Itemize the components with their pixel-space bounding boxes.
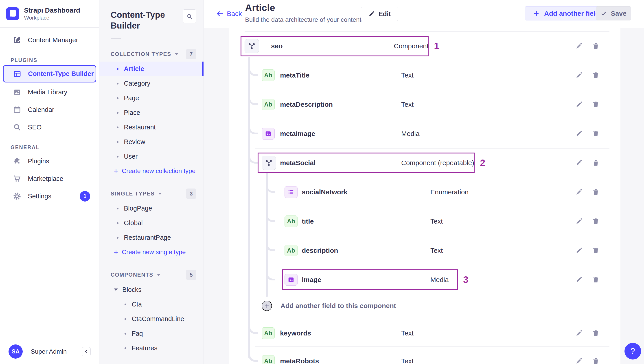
text-field-icon: Ab — [262, 355, 275, 364]
group-header-single-types[interactable]: SINGLE TYPES3 — [110, 189, 196, 199]
delete-field-button[interactable] — [590, 244, 602, 257]
add-field-to-component-button[interactable] — [262, 301, 272, 311]
field-row-keywords: AbkeywordsText — [229, 319, 620, 348]
ctb-sidebar-header: Content-Type Builder — [100, 0, 204, 31]
plus-icon — [264, 303, 270, 309]
avatar[interactable]: SA — [8, 344, 23, 358]
list-item-label: Faq — [132, 330, 143, 337]
delete-field-button[interactable] — [590, 186, 602, 199]
bullet-icon — [124, 347, 126, 349]
field-name: socialNetwork — [302, 188, 347, 196]
back-link[interactable]: Back — [216, 10, 242, 18]
create-link-label: Create new collection type — [122, 167, 196, 174]
list-item-label: Features — [132, 344, 157, 352]
edit-button[interactable]: Edit — [361, 7, 398, 21]
enumeration-field-icon — [284, 186, 298, 198]
field-row-image: imageMedia — [229, 265, 620, 294]
edit-field-button[interactable] — [573, 127, 585, 140]
sidebar-item-marketplace[interactable]: Marketplace — [0, 170, 99, 188]
save-button[interactable]: Save — [596, 6, 631, 21]
notification-badge: 1 — [80, 191, 90, 202]
add-another-field-button[interactable]: Add another field — [524, 6, 608, 21]
edit-field-button[interactable] — [573, 186, 585, 199]
strapi-logo-icon — [6, 7, 19, 20]
bullet-icon — [117, 156, 118, 157]
sidebar-item-ctacommandline[interactable]: CtaCommandLine — [100, 312, 204, 326]
component-category-blocks[interactable]: Blocks — [100, 282, 204, 297]
main-sidebar: Strapi Dashboard Workplace Content Manag… — [0, 0, 100, 364]
sidebar-item-user[interactable]: User — [100, 149, 204, 164]
page-title: Article — [245, 2, 275, 13]
sidebar-item-place[interactable]: Place — [100, 105, 204, 120]
search-button[interactable] — [183, 10, 196, 23]
collapse-sidebar-button[interactable] — [82, 347, 91, 356]
delete-field-button[interactable] — [590, 127, 602, 140]
delete-field-button[interactable] — [590, 69, 602, 82]
edit-field-button[interactable] — [573, 69, 585, 82]
field-type: Text — [401, 71, 414, 79]
delete-field-button[interactable] — [590, 215, 602, 228]
sidebar-item-content-type-builder[interactable]: Content-Type Builder — [3, 65, 96, 82]
list-item-label: Page — [124, 94, 139, 102]
sidebar-item-label: Content-Type Builder — [28, 70, 94, 78]
field-row-title: AbtitleText — [229, 207, 620, 236]
text-field-icon: Ab — [262, 69, 275, 81]
sidebar-item-content-manager[interactable]: Content Manager — [0, 31, 99, 49]
edit-field-button[interactable] — [573, 215, 585, 228]
plus-icon: + — [114, 167, 118, 175]
edit-field-button[interactable] — [573, 157, 585, 169]
ctb-sidebar: Content-Type Builder COLLECTION TYPES7Ar… — [100, 0, 204, 364]
sidebar-item-media-library[interactable]: Media Library — [0, 83, 99, 101]
sidebar-item-plugins[interactable]: Plugins — [0, 152, 99, 170]
sidebar-item-seo[interactable]: SEO — [0, 118, 99, 136]
sidebar-item-cta[interactable]: Cta — [100, 297, 204, 312]
field-name: image — [302, 276, 321, 284]
delete-field-button[interactable] — [590, 157, 602, 169]
sidebar-item-category[interactable]: Category — [100, 76, 204, 91]
media-field-icon — [284, 274, 298, 286]
sidebar-item-global[interactable]: Global — [100, 216, 204, 230]
field-type: Text — [401, 329, 414, 337]
save-label: Save — [611, 10, 626, 17]
edit-field-button[interactable] — [573, 244, 585, 257]
create-link-single-types[interactable]: +Create new single type — [100, 245, 204, 259]
group-header-collection-types[interactable]: COLLECTION TYPES7 — [110, 49, 196, 59]
field-row-metaImage: metaImageMedia — [229, 119, 620, 148]
sidebar-item-label: Media Library — [28, 89, 67, 96]
delete-field-button[interactable] — [590, 355, 602, 364]
media-field-icon — [262, 128, 275, 139]
help-button[interactable]: ? — [624, 343, 641, 359]
delete-field-button[interactable] — [590, 273, 602, 286]
group-header-components[interactable]: COMPONENTS5 — [110, 270, 196, 280]
plus-icon — [533, 10, 540, 17]
bullet-icon — [117, 83, 118, 84]
edit-field-button[interactable] — [573, 98, 585, 111]
sidebar-item-article[interactable]: Article — [100, 62, 204, 76]
create-link-collection-types[interactable]: +Create new collection type — [100, 164, 204, 178]
edit-field-button[interactable] — [573, 40, 585, 52]
annotation-number: 3 — [463, 274, 468, 285]
edit-field-button[interactable] — [573, 327, 585, 339]
sidebar-item-restaurantpage[interactable]: RestaurantPage — [100, 230, 204, 245]
sidebar-item-page[interactable]: Page — [100, 91, 204, 105]
edit-field-button[interactable] — [573, 273, 585, 286]
text-field-icon: Ab — [284, 216, 298, 227]
bullet-icon — [117, 222, 118, 224]
edit-field-button[interactable] — [573, 355, 585, 364]
sidebar-item-review[interactable]: Review — [100, 135, 204, 149]
list-item-label: BlogPage — [124, 205, 152, 212]
sidebar-item-blogpage[interactable]: BlogPage — [100, 201, 204, 216]
list-item-label: Cta — [132, 301, 142, 308]
field-name: keywords — [280, 329, 311, 337]
delete-field-button[interactable] — [590, 327, 602, 339]
field-row-metaDescription: AbmetaDescriptionText — [229, 90, 620, 119]
delete-field-button[interactable] — [590, 98, 602, 111]
delete-field-button[interactable] — [590, 40, 602, 52]
edit-label: Edit — [378, 10, 391, 18]
sidebar-item-features[interactable]: Features — [100, 341, 204, 355]
sidebar-item-calendar[interactable]: Calendar — [0, 101, 99, 118]
sidebar-item-settings[interactable]: Settings1 — [0, 188, 99, 205]
sidebar-item-restaurant[interactable]: Restaurant — [100, 120, 204, 135]
sidebar-item-faq[interactable]: Faq — [100, 326, 204, 341]
bullet-icon — [124, 318, 126, 320]
